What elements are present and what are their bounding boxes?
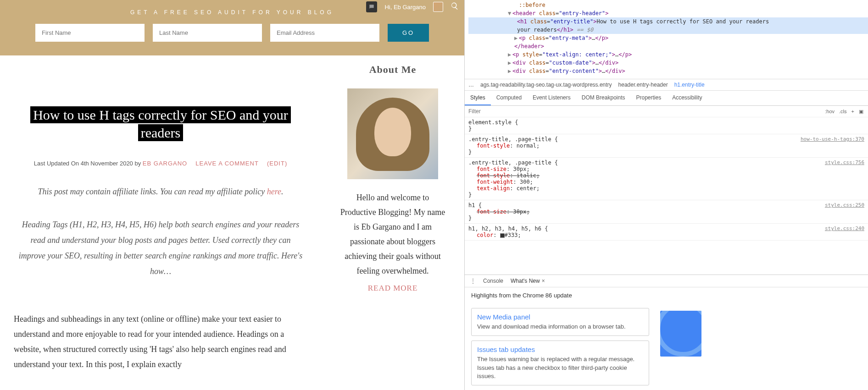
kebab-icon[interactable]: ⋮: [470, 278, 476, 284]
dom-tree[interactable]: ::before ▼<header class="entry-header"> …: [465, 0, 868, 79]
rule-headings[interactable]: style.css:240 h1, h2, h3, h4, h5, h6 { c…: [465, 224, 868, 241]
comment-link[interactable]: LEAVE A COMMENT: [195, 160, 259, 167]
optin-form: GO: [0, 24, 464, 42]
rule-h1[interactable]: style.css:250 h1 { font-size: 30px; }: [465, 200, 868, 224]
first-name-input[interactable]: [35, 24, 145, 42]
body-paragraph: Headings and subheadings in any text (on…: [14, 312, 307, 373]
tab-console[interactable]: Console: [483, 278, 503, 284]
source-link[interactable]: style.css:250: [825, 202, 864, 208]
about-photo: [347, 88, 438, 179]
entry-meta: Last Updated On 4th November 2020 by EB …: [14, 160, 307, 167]
add-rule-icon[interactable]: +: [851, 109, 854, 114]
read-more-link[interactable]: READ MORE: [339, 284, 447, 293]
tab-whatsnew[interactable]: What's New ×: [511, 278, 545, 284]
author-link[interactable]: EB GARGANO: [143, 160, 187, 167]
selected-dom-node[interactable]: <h1 class="entry-title">How to use H tag…: [468, 17, 868, 26]
rule-element-style[interactable]: element.style { }: [465, 117, 868, 134]
tab-accessibility[interactable]: Accessibility: [667, 91, 707, 105]
filter-row: :hov .cls + ▣: [465, 106, 868, 117]
main-area: How to use H tags correctly for SEO and …: [0, 55, 464, 386]
tab-dom-breakpoints[interactable]: DOM Breakpoints: [576, 91, 631, 105]
drawer-tabs: ⋮ Console What's New ×: [465, 275, 868, 287]
sidebar-toggle-icon[interactable]: ▣: [859, 109, 863, 115]
go-button[interactable]: GO: [388, 24, 429, 42]
highlights-heading: Highlights from the Chrome 86 update: [465, 287, 868, 303]
wp-admin-bar: Hi, Eb Gargano: [361, 0, 464, 14]
lede: Heading Tags (H1, H2, H3, H4, H5, H6) he…: [14, 217, 307, 280]
breadcrumb[interactable]: … ags.tag-readability.tag-seo.tag-ux.tag…: [465, 79, 868, 91]
entry-title: How to use H tags correctly for SEO and …: [14, 106, 307, 142]
avatar[interactable]: [433, 2, 443, 12]
rule-entry-title-1[interactable]: how-to-use-h-tags:370 .entry-title, .pag…: [465, 134, 868, 158]
tab-styles[interactable]: Styles: [465, 91, 491, 105]
close-icon[interactable]: ×: [542, 278, 545, 284]
color-swatch[interactable]: [500, 233, 505, 238]
drawer: ⋮ Console What's New × Highlights from t…: [465, 275, 868, 390]
issues-tab-card[interactable]: Issues tab updates The Issues warning ba…: [471, 341, 649, 385]
filter-input[interactable]: [465, 106, 820, 117]
rule-entry-title-2[interactable]: style.css:756 .entry-title, .page-title …: [465, 158, 868, 200]
source-link[interactable]: style.css:756: [825, 159, 864, 165]
styles-tabs: Styles Computed Event Listeners DOM Brea…: [465, 91, 868, 106]
tab-computed[interactable]: Computed: [491, 91, 527, 105]
tab-listeners[interactable]: Event Listeners: [527, 91, 576, 105]
cards-row: New Media panel View and download media …: [465, 303, 868, 390]
tab-properties[interactable]: Properties: [630, 91, 667, 105]
edit-link[interactable]: (EDIT): [267, 160, 287, 167]
about-text: Hello and welcome to Productive Blogging…: [339, 190, 447, 278]
source-link[interactable]: style.css:240: [825, 225, 864, 231]
article: How to use H tags correctly for SEO and …: [0, 55, 321, 386]
hov-toggle[interactable]: :hov: [825, 109, 835, 114]
media-panel-card[interactable]: New Media panel View and download media …: [471, 308, 649, 336]
comments-icon[interactable]: [366, 1, 377, 12]
email-input[interactable]: [270, 24, 379, 42]
about-heading: About Me: [339, 64, 447, 76]
promo-graphic: [660, 311, 701, 357]
affiliate-policy-link[interactable]: here: [267, 187, 281, 196]
page-viewport: Hi, Eb Gargano GET A FREE SEO AUDIT FOR …: [0, 0, 464, 390]
meta-prefix: Last Updated On 4th November 2020 by: [34, 160, 143, 167]
devtools-panel: ::before ▼<header class="entry-header"> …: [464, 0, 868, 390]
styles-pane[interactable]: element.style { } how-to-use-h-tags:370 …: [465, 117, 868, 275]
sidebar: About Me Hello and welcome to Productive…: [339, 55, 447, 386]
cls-toggle[interactable]: .cls: [839, 109, 847, 114]
affiliate-notice: This post may contain affiliate links. Y…: [14, 185, 307, 198]
last-name-input[interactable]: [153, 24, 262, 42]
greeting-text[interactable]: Hi, Eb Gargano: [384, 4, 426, 11]
source-link[interactable]: how-to-use-h-tags:370: [801, 136, 864, 142]
search-icon[interactable]: [451, 2, 459, 12]
